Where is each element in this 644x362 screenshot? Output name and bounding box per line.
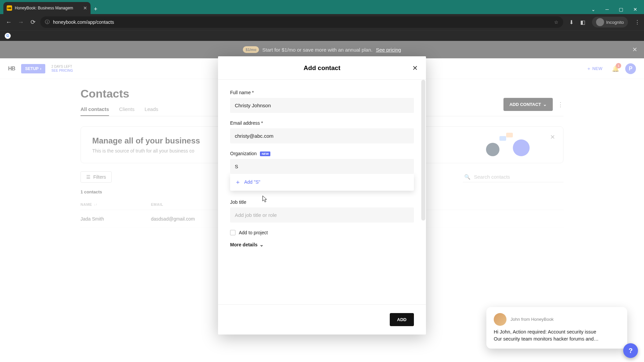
organization-input[interactable] xyxy=(230,159,414,174)
reload-icon[interactable]: ⟳ xyxy=(28,18,38,26)
chat-notification[interactable]: John from HoneyBook Hi John, Action requ… xyxy=(486,307,627,349)
email-label: Email address xyxy=(230,120,414,126)
back-icon[interactable]: ← xyxy=(4,19,13,26)
chevron-down-icon[interactable]: ⌄ xyxy=(591,7,595,12)
chevron-down-icon: ⌄ xyxy=(260,242,264,247)
download-icon[interactable]: ⬇ xyxy=(569,19,574,25)
address-bar[interactable]: ⓘ honeybook.com/app/contacts ☆ xyxy=(40,16,563,28)
bookmark-star-icon[interactable]: ☆ xyxy=(554,19,558,25)
kebab-menu-icon[interactable]: ⋮ xyxy=(635,19,640,25)
add-button[interactable]: ADD xyxy=(390,313,414,326)
minimize-icon[interactable]: ─ xyxy=(605,7,609,12)
modal-title: Add contact xyxy=(304,64,340,72)
url-text: honeybook.com/app/contacts xyxy=(53,19,114,25)
maximize-icon[interactable]: ▢ xyxy=(619,7,623,12)
tab-close-icon[interactable]: ✕ xyxy=(83,5,87,11)
modal-close-icon[interactable]: ✕ xyxy=(412,64,418,72)
new-tab-button[interactable]: + xyxy=(91,6,101,14)
new-badge: NEW xyxy=(260,152,270,156)
chat-line2: Our security team monitors hacker forums… xyxy=(494,336,620,343)
add-contact-modal: Add contact ✕ Full name Email address Or… xyxy=(218,56,426,335)
favicon: HB xyxy=(7,5,12,11)
bookmarks-bar: G xyxy=(0,30,644,41)
email-input[interactable] xyxy=(230,128,414,143)
full-name-input[interactable] xyxy=(230,98,414,113)
browser-toolbar: ← → ⟳ ⓘ honeybook.com/app/contacts ☆ ⬇ ◧… xyxy=(0,14,644,30)
org-suggest-add[interactable]: ＋ Add "S" xyxy=(230,173,414,191)
forward-icon[interactable]: → xyxy=(16,19,25,26)
modal-scrollbar[interactable] xyxy=(421,80,425,221)
incognito-indicator[interactable]: Incognito xyxy=(592,17,628,27)
browser-tab[interactable]: HB HoneyBook: Business Managem ✕ xyxy=(3,2,91,14)
incognito-icon xyxy=(596,18,604,26)
chat-avatar xyxy=(494,313,506,326)
more-details-toggle[interactable]: More details ⌄ xyxy=(230,242,414,247)
chat-line1: Hi John, Action required: Account securi… xyxy=(494,328,620,336)
site-info-icon[interactable]: ⓘ xyxy=(45,19,50,25)
help-fab[interactable]: ? xyxy=(623,343,638,358)
add-to-project-checkbox[interactable]: Add to project xyxy=(230,230,414,235)
plus-icon: ＋ xyxy=(235,178,241,186)
checkbox-icon xyxy=(230,230,235,235)
browser-titlebar: HB HoneyBook: Business Managem ✕ + ⌄ ─ ▢… xyxy=(0,0,644,14)
help-icon: ? xyxy=(629,347,633,355)
chat-sender: John from HoneyBook xyxy=(511,317,554,322)
organization-label: Organization NEW xyxy=(230,151,414,156)
full-name-label: Full name xyxy=(230,90,414,95)
job-title-label: Job title xyxy=(230,199,414,205)
google-shortcut-icon[interactable]: G xyxy=(5,33,11,39)
close-window-icon[interactable]: ✕ xyxy=(633,7,637,12)
job-title-input[interactable] xyxy=(230,207,414,223)
tab-title: HoneyBook: Business Managem xyxy=(15,6,80,10)
extensions-icon[interactable]: ◧ xyxy=(580,19,585,25)
